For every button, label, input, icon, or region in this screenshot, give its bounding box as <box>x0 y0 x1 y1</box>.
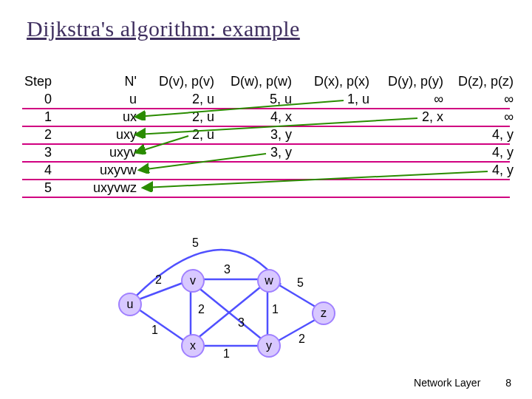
selection-arrows <box>22 74 510 214</box>
weight-wz: 5 <box>297 276 304 290</box>
svg-line-0 <box>137 100 344 117</box>
node-w: w <box>257 269 281 293</box>
weight-xy: 1 <box>223 347 230 361</box>
weight-vw: 3 <box>224 263 231 276</box>
slide-footer: Network Layer 8 <box>414 377 511 389</box>
node-x: x <box>181 334 205 358</box>
svg-line-3 <box>140 154 266 170</box>
network-graph: u v w x y z 5 2 1 3 1 2 3 1 5 2 <box>111 229 340 369</box>
svg-line-4 <box>144 171 488 188</box>
node-y: y <box>257 334 281 358</box>
page-number: 8 <box>505 377 511 389</box>
weight-wy: 1 <box>272 303 279 316</box>
node-z: z <box>312 301 335 325</box>
weight-uw: 5 <box>192 236 199 250</box>
footer-section: Network Layer <box>414 377 480 389</box>
weight-yz: 2 <box>299 332 305 346</box>
weight-xw: 3 <box>238 316 245 330</box>
weight-ux: 1 <box>151 324 158 337</box>
svg-line-2 <box>137 136 188 152</box>
slide-title: Dijkstra's algorithm: example <box>27 16 300 41</box>
weight-vx: 2 <box>198 303 205 316</box>
node-u: u <box>118 293 142 316</box>
node-v: v <box>181 269 205 293</box>
weight-uv: 2 <box>155 273 162 287</box>
svg-line-1 <box>137 118 417 134</box>
